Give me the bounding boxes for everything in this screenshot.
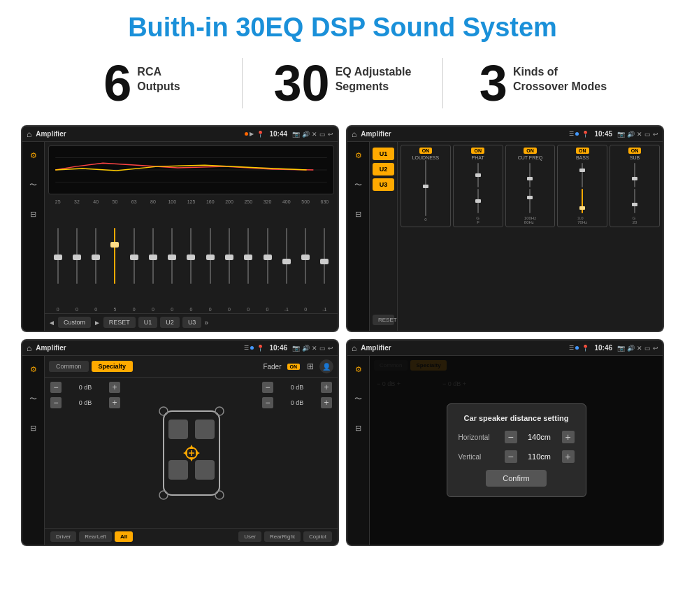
- fader-content: ⚙ 〜 ⊟ Common Specialty Fader ON ⊞ 👤: [22, 356, 338, 545]
- fader-driver-btn[interactable]: Driver: [50, 531, 76, 542]
- stat-rca-text: RCAOutputs: [137, 58, 180, 94]
- eq-slider-12[interactable]: [258, 228, 277, 284]
- eq-slider-1[interactable]: [48, 228, 67, 284]
- fader-settings-icon[interactable]: 👤: [319, 359, 333, 373]
- eq-freq-32: 32: [67, 199, 86, 204]
- sub-val2: 20: [633, 220, 637, 224]
- eq-home-icon[interactable]: ⌂: [27, 129, 31, 139]
- fader-sidebar-icon3[interactable]: ⊟: [26, 420, 41, 436]
- vertical-minus-button[interactable]: −: [505, 450, 517, 463]
- fader-rearleft-btn[interactable]: RearLeft: [79, 531, 112, 542]
- fader-left-minus2[interactable]: −: [50, 397, 62, 408]
- eq-freq-50: 50: [106, 199, 124, 204]
- eq-slider-5[interactable]: [124, 228, 143, 284]
- fader-tab-common[interactable]: Common: [49, 361, 89, 372]
- crossover-back-icon: ↩: [653, 131, 658, 138]
- eq-sidebar-icon1[interactable]: ⚙: [26, 148, 41, 163]
- svg-point-11: [159, 407, 168, 415]
- eq-slider-14[interactable]: [296, 228, 315, 284]
- eq-sidebar-icon3[interactable]: ⊟: [26, 206, 41, 222]
- eq-slider-3[interactable]: [87, 228, 106, 284]
- cutfreq-freq2: 80Hz: [524, 220, 534, 224]
- fader-sliders-icon: ⊞: [307, 361, 314, 371]
- eq-more-icon[interactable]: »: [204, 319, 208, 327]
- fader-sidebar-icon1[interactable]: ⚙: [26, 361, 41, 377]
- eq-slider-11[interactable]: [239, 228, 258, 284]
- eq-sidebar: ⚙ 〜 ⊟: [22, 142, 45, 331]
- fader-left-val1: 0 dB: [64, 384, 107, 391]
- dialog-sidebar-icon2[interactable]: 〜: [351, 391, 366, 406]
- eq-val-8: 0: [182, 307, 201, 312]
- eq-slider-4[interactable]: [106, 228, 124, 284]
- fader-left-minus1[interactable]: −: [50, 382, 62, 393]
- fader-right-plus2[interactable]: +: [321, 397, 332, 408]
- eq-custom-button[interactable]: Custom: [58, 317, 91, 328]
- eq-freq-630: 630: [315, 199, 334, 204]
- eq-slider-7[interactable]: [163, 228, 182, 284]
- crossover-u2-button[interactable]: U2: [373, 163, 394, 176]
- eq-slider-2[interactable]: [67, 228, 86, 284]
- dialog-sidebar-icon3[interactable]: ⊟: [351, 420, 366, 436]
- fader-sidebar-icon2[interactable]: 〜: [26, 391, 41, 406]
- eq-slider-15[interactable]: [315, 228, 334, 284]
- crossover-reset-button[interactable]: RESET: [373, 315, 394, 325]
- fader-all-btn[interactable]: All: [115, 531, 133, 542]
- crossover-main-area: U1 U2 U3 RESET ON LOUDNESS: [370, 142, 663, 331]
- eq-volume-icon: 🔊: [302, 131, 310, 138]
- fader-right-db-bottom: − 0 dB +: [262, 397, 332, 408]
- crossover-sidebar-icon1[interactable]: ⚙: [351, 148, 366, 163]
- crossover-sidebar-icon3[interactable]: ⊟: [351, 206, 366, 222]
- eq-curve-svg: [49, 146, 333, 194]
- eq-slider-13[interactable]: [277, 228, 296, 284]
- eq-sidebar-icon2[interactable]: 〜: [26, 177, 41, 192]
- dialog-content: ⚙ 〜 ⊟ Common Specialty − 0 dB + − 0 dB +: [347, 356, 663, 545]
- stat-rca: 6 RCAOutputs: [42, 58, 242, 108]
- fader-right-minus2[interactable]: −: [262, 397, 273, 408]
- eq-slider-10[interactable]: [219, 228, 238, 284]
- eq-prev-button[interactable]: ◄: [48, 319, 55, 327]
- crossover-volume-icon: 🔊: [627, 131, 635, 138]
- eq-freq-63: 63: [124, 199, 143, 204]
- dialog-vertical-row: Vertical − 110cm +: [459, 450, 575, 463]
- fader-home-icon[interactable]: ⌂: [27, 343, 31, 353]
- screenshots-grid: ⌂ Amplifier ▶ 📍 10:44 📷 🔊 ✕ ▭ ↩ ⚙ 〜 ⊟: [0, 120, 685, 553]
- eq-val-9: 0: [201, 307, 219, 312]
- vertical-plus-button[interactable]: +: [562, 450, 575, 463]
- fader-right-minus1[interactable]: −: [262, 382, 273, 393]
- eq-status-icons: 📍 10:44 📷 🔊 ✕ ▭ ↩: [257, 130, 333, 138]
- stats-row: 6 RCAOutputs 30 EQ AdjustableSegments 3 …: [0, 50, 685, 120]
- fader-left-plus1[interactable]: +: [109, 382, 120, 393]
- eq-val-15: -1: [315, 307, 334, 312]
- eq-value-labels: 0 0 0 5 0 0 0 0 0 0 0 0 -1 0 -1: [48, 306, 334, 313]
- horizontal-plus-button[interactable]: +: [562, 431, 575, 443]
- eq-next-button[interactable]: ►: [94, 319, 101, 327]
- fader-left-plus2[interactable]: +: [109, 397, 120, 408]
- fader-location-icon: 📍: [257, 345, 264, 352]
- eq-freq-25: 25: [48, 199, 67, 204]
- eq-time: 10:44: [269, 130, 287, 138]
- confirm-button[interactable]: Confirm: [486, 470, 547, 487]
- horizontal-minus-button[interactable]: −: [505, 431, 517, 443]
- eq-slider-9[interactable]: [201, 228, 219, 284]
- eq-slider-6[interactable]: [143, 228, 162, 284]
- dialog-sidebar-icon1[interactable]: ⚙: [351, 361, 366, 377]
- crossover-u3-button[interactable]: U3: [373, 178, 394, 191]
- dialog-home-icon[interactable]: ⌂: [352, 343, 356, 353]
- fader-user-btn[interactable]: User: [238, 531, 261, 542]
- dialog-time: 10:46: [594, 344, 612, 352]
- eq-u1-button[interactable]: U1: [138, 317, 158, 328]
- crossover-home-icon[interactable]: ⌂: [352, 129, 356, 139]
- crossover-u1-button[interactable]: U1: [373, 148, 394, 160]
- eq-back-icon: ↩: [328, 131, 333, 138]
- fader-copilot-btn[interactable]: Copilot: [303, 531, 332, 542]
- eq-slider-8[interactable]: [182, 228, 201, 284]
- fader-left-db-top: − 0 dB +: [50, 382, 120, 393]
- eq-reset-button[interactable]: RESET: [103, 317, 136, 328]
- crossover-sidebar-icon2[interactable]: 〜: [351, 177, 366, 192]
- fader-rearright-btn[interactable]: RearRight: [264, 531, 301, 542]
- eq-u2-button[interactable]: U2: [160, 317, 180, 328]
- crossover-screen-title: Amplifier: [361, 130, 569, 138]
- fader-right-plus1[interactable]: +: [321, 382, 332, 393]
- eq-u3-button[interactable]: U3: [182, 317, 202, 328]
- fader-tab-specialty[interactable]: Specialty: [92, 361, 134, 372]
